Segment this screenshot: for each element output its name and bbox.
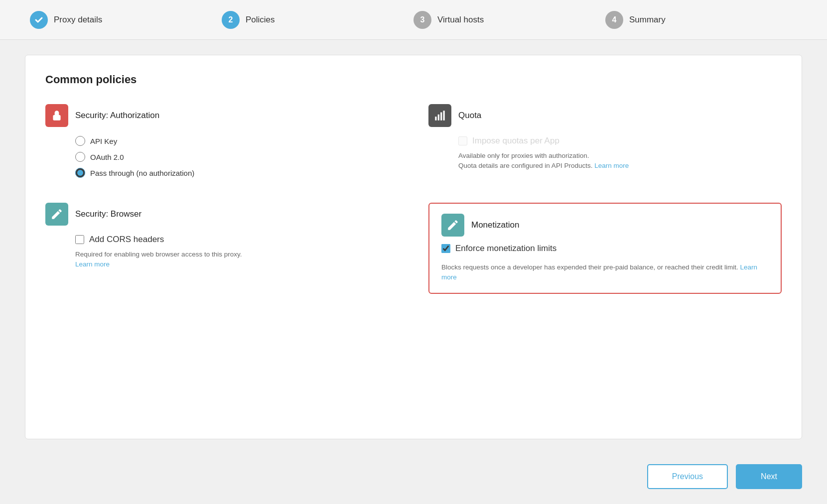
radio-oauth[interactable]: OAuth 2.0 — [75, 152, 399, 162]
svg-rect-0 — [53, 115, 60, 121]
radio-pass-through-input[interactable] — [75, 168, 85, 178]
quota-checkbox-input[interactable] — [458, 136, 467, 145]
previous-button[interactable]: Previous — [647, 464, 728, 489]
quota-description: Available only for proxies with authoriz… — [458, 151, 782, 171]
security-browser-description: Required for enabling web browser access… — [75, 250, 399, 270]
security-auth-options: API Key OAuth 2.0 Pass through (no autho… — [45, 136, 399, 178]
step-circle-1 — [30, 11, 48, 29]
svg-rect-1 — [435, 117, 436, 121]
security-auth-header: Security: Authorization — [45, 104, 399, 127]
radio-api-key-label: API Key — [90, 137, 117, 145]
monetization-section: Monetization Enforce monetization limits… — [428, 203, 782, 294]
step-virtual-hosts[interactable]: 3 Virtual hosts — [414, 11, 605, 29]
quota-name: Quota — [458, 111, 481, 121]
monetization-description: Blocks requests once a developer has exp… — [441, 262, 769, 283]
monetization-header: Monetization — [441, 214, 769, 237]
step-label-4: Summary — [629, 15, 666, 25]
next-button[interactable]: Next — [736, 464, 802, 489]
radio-oauth-label: OAuth 2.0 — [90, 153, 124, 161]
step-policies[interactable]: 2 Policies — [222, 11, 414, 29]
radio-api-key[interactable]: API Key — [75, 136, 399, 146]
svg-rect-2 — [438, 115, 439, 121]
cors-learn-more[interactable]: Learn more — [75, 260, 110, 268]
radio-pass-through-label: Pass through (no authorization) — [90, 169, 194, 177]
card-title: Common policies — [45, 73, 782, 86]
radio-api-key-input[interactable] — [75, 136, 85, 146]
cors-checkbox-option[interactable]: Add CORS headers — [75, 235, 399, 245]
quota-section: Quota Impose quotas per App Available on… — [428, 104, 782, 178]
step-proxy-details[interactable]: Proxy details — [30, 11, 222, 29]
quota-options: Impose quotas per App Available only for… — [428, 136, 782, 171]
security-browser-options: Add CORS headers Required for enabling w… — [45, 235, 399, 270]
step-circle-3: 3 — [414, 11, 431, 29]
policies-grid: Security: Authorization API Key OAuth 2.… — [45, 104, 782, 294]
monetization-name: Monetization — [471, 220, 519, 230]
main-content: Common policies Security: Authorization — [0, 40, 827, 454]
radio-pass-through[interactable]: Pass through (no authorization) — [75, 168, 399, 178]
quota-header: Quota — [428, 104, 782, 127]
security-auth-name: Security: Authorization — [75, 111, 159, 121]
cors-checkbox-label: Add CORS headers — [89, 235, 164, 245]
step-label-2: Policies — [246, 15, 275, 25]
policies-card: Common policies Security: Authorization — [25, 55, 802, 439]
step-label-1: Proxy details — [54, 15, 102, 25]
security-browser-section: Security: Browser Add CORS headers Requi… — [45, 203, 399, 294]
cors-checkbox-input[interactable] — [75, 235, 84, 244]
stepper: Proxy details 2 Policies 3 Virtual hosts… — [0, 0, 827, 40]
security-auth-section: Security: Authorization API Key OAuth 2.… — [45, 104, 399, 178]
quota-learn-more[interactable]: Learn more — [594, 162, 629, 169]
step-label-3: Virtual hosts — [437, 15, 484, 25]
svg-rect-4 — [443, 111, 445, 121]
monetization-icon — [441, 214, 464, 237]
security-browser-icon — [45, 203, 68, 226]
security-auth-icon — [45, 104, 68, 127]
step-circle-4: 4 — [605, 11, 623, 29]
security-browser-name: Security: Browser — [75, 209, 141, 219]
monetization-checkbox-option[interactable]: Enforce monetization limits — [441, 244, 769, 253]
svg-rect-3 — [440, 113, 442, 121]
security-browser-header: Security: Browser — [45, 203, 399, 226]
step-circle-2: 2 — [222, 11, 240, 29]
monetization-checkbox-label: Enforce monetization limits — [455, 244, 556, 253]
step-summary[interactable]: 4 Summary — [605, 11, 797, 29]
radio-oauth-input[interactable] — [75, 152, 85, 162]
bottom-nav: Previous Next — [0, 454, 827, 504]
quota-checkbox-label: Impose quotas per App — [472, 136, 559, 146]
quota-checkbox-option[interactable]: Impose quotas per App — [458, 136, 782, 146]
quota-icon — [428, 104, 451, 127]
monetization-checkbox-input[interactable] — [441, 244, 450, 253]
